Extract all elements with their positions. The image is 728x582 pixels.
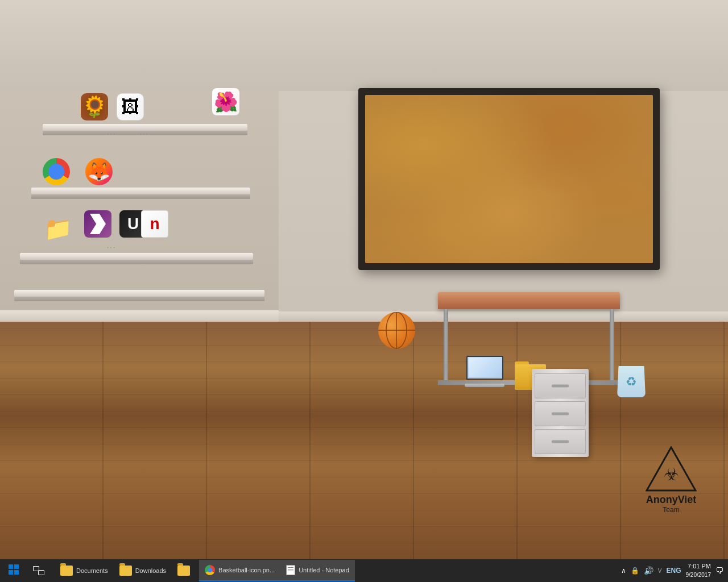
keyboard-icon: V xyxy=(658,568,662,574)
taskbar-downloads-button[interactable]: Downloads xyxy=(114,559,172,582)
photo-viewer-icon[interactable] xyxy=(117,93,144,120)
watermark-name: AnonyViet xyxy=(646,494,697,506)
svg-text:☣: ☣ xyxy=(664,465,679,484)
action-center-icon[interactable]: 🗨 xyxy=(715,566,723,575)
system-tray: ∧ 🔒 🔊 V ENG 7:01 PM 9/20/2017 🗨 xyxy=(621,559,728,582)
chrome-icon[interactable] xyxy=(43,158,70,185)
cabinet-handle-1 xyxy=(552,385,569,388)
downloads-label: Downloads xyxy=(135,567,166,574)
desktop: ··· ··· ··· ♻ xyxy=(0,0,728,559)
cork-board xyxy=(358,88,660,270)
chevron-up-icon[interactable]: ∧ xyxy=(621,567,626,575)
folder-icon[interactable] xyxy=(44,215,72,242)
language-indicator[interactable]: ENG xyxy=(666,567,681,575)
cabinet-drawer-3 xyxy=(535,429,586,454)
extra-folder-icon xyxy=(177,566,190,576)
svg-rect-6 xyxy=(14,564,19,569)
recycle-symbol: ♻ xyxy=(626,375,637,389)
shelf3-more-dots: ··· xyxy=(107,243,116,251)
downloads-folder-icon xyxy=(119,566,132,576)
visual-studio-icon[interactable] xyxy=(84,210,111,238)
time-display: 7:01 PM xyxy=(686,562,712,571)
desk-leg-right xyxy=(610,309,614,383)
svg-rect-5 xyxy=(9,564,13,569)
clock[interactable]: 7:01 PM 9/20/2017 xyxy=(686,562,712,579)
firefox-icon[interactable] xyxy=(85,158,113,185)
network-icon[interactable]: 🔒 xyxy=(631,567,639,575)
cork-board-frame xyxy=(358,88,660,270)
svg-rect-7 xyxy=(9,570,13,575)
laptop-screen xyxy=(466,356,503,380)
chrome-app-label: Basketball-icon.pn... xyxy=(218,567,275,573)
cabinet-handle-3 xyxy=(552,440,569,443)
documents-label: Documents xyxy=(76,567,108,574)
windows-icon xyxy=(9,564,19,577)
baseboard-left xyxy=(0,310,279,322)
filing-cabinet xyxy=(532,369,589,457)
taskbar-chrome-app[interactable]: Basketball-icon.pn... xyxy=(199,560,280,581)
ceiling xyxy=(0,0,728,91)
taskbar: Documents Downloads Basketball-icon.pn..… xyxy=(0,559,728,582)
shelf-4 xyxy=(14,290,264,297)
shelf-2 xyxy=(31,188,250,194)
task-view-icon xyxy=(33,566,44,575)
task-view-button[interactable] xyxy=(27,559,55,582)
ni-software-icon[interactable] xyxy=(141,210,168,238)
taskbar-extra-folder-button[interactable] xyxy=(172,559,199,582)
watermark: ☣ AnonyViet Team xyxy=(646,446,697,514)
recycle-bin[interactable]: ♻ xyxy=(617,366,648,403)
notepad-small-icon xyxy=(286,565,295,575)
cabinet-handle-2 xyxy=(552,413,569,415)
start-button[interactable] xyxy=(0,559,27,582)
desk-surface xyxy=(438,292,620,309)
flowerpot-app-icon[interactable] xyxy=(212,88,239,115)
taskbar-notepad-app[interactable]: Untitled - Notepad xyxy=(280,560,355,581)
notepad-app-label: Untitled - Notepad xyxy=(299,567,349,573)
system-icons: ∧ 🔒 🔊 V ENG xyxy=(621,566,681,575)
volume-icon[interactable]: 🔊 xyxy=(644,566,653,575)
laptop-base xyxy=(465,384,504,387)
basketball xyxy=(378,312,415,349)
svg-rect-8 xyxy=(14,570,19,575)
cabinet-drawer-1 xyxy=(535,373,586,398)
recycle-bin-body: ♻ xyxy=(617,366,646,397)
desk-leg-left xyxy=(444,309,448,383)
shelf-3 xyxy=(20,253,253,260)
shelf1-more-dots: ··· xyxy=(107,130,116,138)
date-display: 9/20/2017 xyxy=(686,571,712,579)
shelf1-more-dots-2: ··· xyxy=(140,130,149,138)
cork-board-surface xyxy=(365,95,653,263)
documents-folder-icon xyxy=(60,566,73,576)
laptop xyxy=(466,356,506,387)
chrome-small-icon xyxy=(205,565,215,575)
cabinet-drawer-2 xyxy=(535,401,586,426)
sunflower-icon[interactable] xyxy=(81,93,108,120)
watermark-subtitle: Team xyxy=(646,506,697,514)
taskbar-documents-button[interactable]: Documents xyxy=(55,559,114,582)
